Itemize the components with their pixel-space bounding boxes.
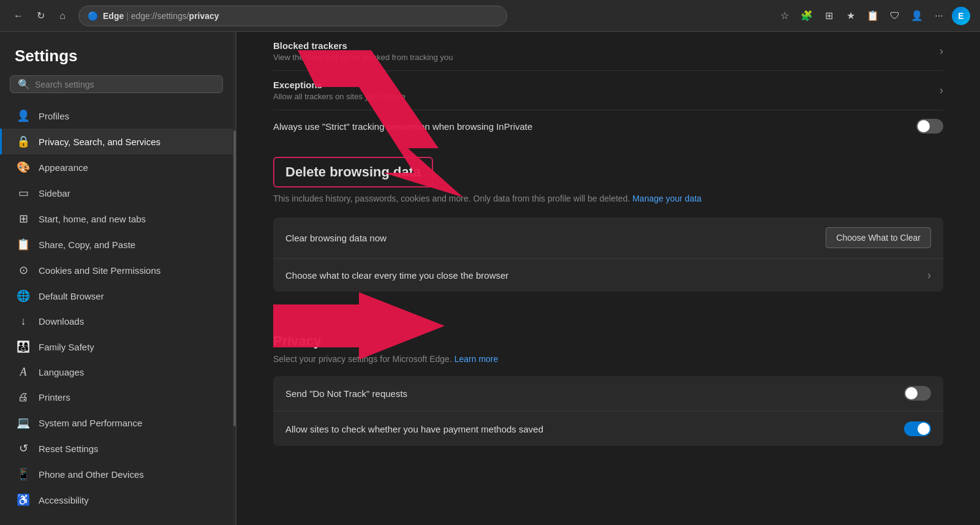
privacy-card: Send "Do Not Track" requests Allow sites… (273, 376, 943, 446)
sidebar-item-privacy[interactable]: 🔒 Privacy, Search, and Services (0, 129, 233, 154)
privacy-section-desc: Select your privacy settings for Microso… (273, 354, 943, 364)
start-home-icon: ⊞ (17, 212, 30, 225)
phone-devices-icon: 📱 (17, 467, 30, 481)
sidebar-item-start-home[interactable]: ⊞ Start, home, and new tabs (0, 206, 233, 232)
do-not-track-label: Send "Do Not Track" requests (285, 388, 407, 399)
downloads-icon: ↓ (17, 315, 30, 328)
sidebar-item-sidebar[interactable]: ▭ Sidebar (0, 180, 233, 206)
nav-buttons: ← ↻ ⌂ (10, 7, 71, 25)
top-section: Blocked trackers View the sites that we'… (236, 32, 980, 142)
search-icon: 🔍 (18, 78, 30, 90)
clear-every-time-row[interactable]: Choose what to clear every time you clos… (273, 259, 943, 292)
sidebar-item-default-browser[interactable]: 🌐 Default Browser (0, 283, 233, 309)
clear-browsing-now-row: Clear browsing data now Choose What to C… (273, 217, 943, 259)
sidebar-item-phone-devices[interactable]: 📱 Phone and Other Devices (0, 461, 233, 487)
payment-methods-row: Allow sites to check whether you have pa… (273, 412, 943, 446)
exceptions-chevron-icon: › (940, 84, 943, 97)
clear-now-label: Clear browsing data now (285, 233, 386, 243)
reset-settings-icon: ↺ (17, 442, 30, 455)
split-screen-icon[interactable]: ⊞ (820, 7, 838, 25)
privacy-icon: 🔒 (17, 135, 30, 148)
more-menu-icon[interactable]: ··· (930, 7, 948, 25)
address-text: Edge | edge://settings/privacy (103, 11, 219, 21)
sidebar-item-share-copy[interactable]: 📋 Share, Copy, and Paste (0, 232, 233, 257)
delete-data-desc: This includes history, passwords, cookie… (273, 192, 943, 205)
sidebar-title: Settings (0, 32, 233, 75)
clear-every-time-label: Choose what to clear every time you clos… (285, 270, 508, 281)
do-not-track-toggle-knob (905, 387, 918, 399)
do-not-track-toggle[interactable] (904, 386, 931, 401)
system-performance-icon: 💻 (17, 416, 30, 429)
delete-browsing-section: Delete browsing data This includes histo… (236, 142, 980, 316)
sidebar-label-sidebar: Sidebar (39, 188, 70, 198)
privacy-section-title: Privacy (273, 333, 943, 349)
exceptions-info: Exceptions Allow all trackers on sites y… (273, 80, 405, 101)
sidebar-label-share-copy: Share, Copy, and Paste (39, 240, 135, 250)
extensions-icon[interactable]: 🧩 (797, 7, 816, 25)
back-button[interactable]: ← (10, 7, 27, 25)
cookies-icon: ⊙ (17, 263, 30, 277)
delete-data-title: Delete browsing data (285, 164, 421, 180)
blocked-trackers-title: Blocked trackers (273, 40, 453, 51)
sidebar-label-phone-devices: Phone and Other Devices (39, 469, 144, 480)
sidebar-label-system-performance: System and Performance (39, 418, 142, 428)
sidebar-item-downloads[interactable]: ↓ Downloads (0, 309, 233, 334)
address-bar[interactable]: 🔵 Edge | edge://settings/privacy (78, 6, 507, 26)
search-box[interactable]: 🔍 (10, 75, 223, 93)
sidebar-item-printers[interactable]: 🖨 Printers (0, 385, 233, 410)
sidebar-item-cookies[interactable]: ⊙ Cookies and Site Permissions (0, 257, 233, 283)
blocked-trackers-info: Blocked trackers View the sites that we'… (273, 40, 453, 62)
delete-data-header: Delete browsing data (273, 157, 433, 187)
profiles-icon: 👤 (17, 109, 30, 123)
sidebar-item-accessibility[interactable]: ♿ Accessibility (0, 487, 233, 513)
browser-chrome: ← ↻ ⌂ 🔵 Edge | edge://settings/privacy ☆… (0, 0, 980, 32)
default-browser-icon: 🌐 (17, 289, 30, 303)
search-input[interactable] (35, 80, 215, 89)
sidebar-label-downloads: Downloads (39, 316, 84, 327)
exceptions-sub: Allow all trackers on sites you choose (273, 92, 405, 101)
sidebar-label-cookies: Cookies and Site Permissions (39, 265, 160, 276)
main-layout: Settings 🔍 👤 Profiles 🔒 Privacy, Search,… (0, 32, 980, 525)
sidebar-label-start-home: Start, home, and new tabs (39, 214, 146, 224)
sidebar-item-family-safety[interactable]: 👨‍👩‍👧 Family Safety (0, 334, 233, 360)
blocked-trackers-sub: View the sites that we've blocked from t… (273, 53, 453, 62)
manage-data-link[interactable]: Manage your data (632, 194, 701, 203)
collections-icon[interactable]: 📋 (864, 7, 882, 25)
refresh-button[interactable]: ↻ (32, 7, 49, 25)
sidebar-item-appearance[interactable]: 🎨 Appearance (0, 154, 233, 180)
toolbar-right: ☆ 🧩 ⊞ ★ 📋 🛡 👤 ··· E (775, 7, 970, 25)
payment-methods-toggle-knob (918, 423, 930, 435)
choose-what-to-clear-button[interactable]: Choose What to Clear (826, 227, 931, 248)
sidebar-nav-icon: ▭ (17, 186, 30, 200)
sidebar-label-profiles: Profiles (39, 111, 69, 121)
blocked-trackers-chevron-icon: › (940, 45, 943, 58)
sidebar-item-languages[interactable]: A Languages (0, 360, 233, 385)
blocked-trackers-row[interactable]: Blocked trackers View the sites that we'… (273, 32, 943, 71)
clear-every-time-chevron-icon: › (927, 269, 931, 282)
sidebar-item-reset-settings[interactable]: ↺ Reset Settings (0, 436, 233, 461)
sidebar-item-profiles[interactable]: 👤 Profiles (0, 103, 233, 129)
payment-methods-toggle[interactable] (904, 421, 931, 436)
edge-logo: E (952, 7, 970, 25)
always-strict-label: Always use "Strict" tracking prevention … (273, 121, 532, 132)
exceptions-row[interactable]: Exceptions Allow all trackers on sites y… (273, 71, 943, 110)
always-strict-toggle[interactable] (916, 119, 943, 134)
exceptions-title: Exceptions (273, 80, 405, 90)
appearance-icon: 🎨 (17, 161, 30, 174)
printers-icon: 🖨 (17, 391, 30, 404)
sidebar-label-privacy: Privacy, Search, and Services (39, 137, 160, 147)
sidebar-item-system-performance[interactable]: 💻 System and Performance (0, 410, 233, 436)
favorites-icon[interactable]: ☆ (775, 7, 794, 25)
browser-essentials-icon[interactable]: 🛡 (886, 7, 904, 25)
sidebar-label-accessibility: Accessibility (39, 495, 89, 505)
share-copy-icon: 📋 (17, 238, 30, 251)
main-content: Blocked trackers View the sites that we'… (236, 32, 980, 525)
edge-favicon-icon: 🔵 (88, 11, 98, 21)
learn-more-link[interactable]: Learn more (454, 354, 499, 364)
favorites-list-icon[interactable]: ★ (842, 7, 860, 25)
profile-icon[interactable]: 👤 (908, 7, 926, 25)
payment-methods-label: Allow sites to check whether you have pa… (285, 424, 543, 434)
home-button[interactable]: ⌂ (54, 7, 71, 25)
sidebar-label-languages: Languages (39, 367, 84, 377)
scrollbar-thumb (233, 130, 236, 426)
